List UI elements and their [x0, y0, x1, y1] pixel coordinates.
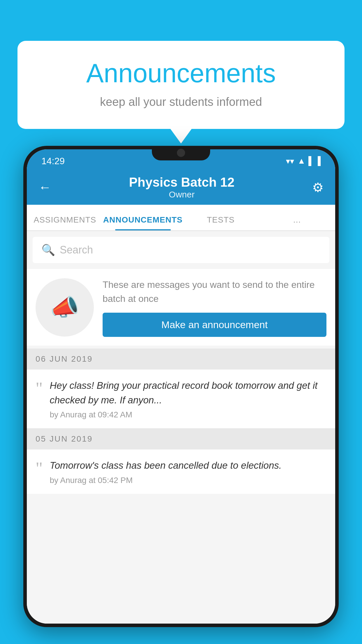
status-time: 14:29: [41, 156, 65, 167]
make-announcement-button[interactable]: Make an announcement: [103, 313, 326, 337]
announcement-meta-1: by Anurag at 09:42 AM: [50, 410, 327, 419]
phone-frame: 14:29 ▾▾ ▲▐ ▐ ← Physics Batch 12 Owner ⚙…: [23, 146, 339, 627]
date-separator-1: 06 JUN 2019: [27, 349, 335, 370]
batch-title: Physics Batch 12: [129, 175, 235, 190]
quote-icon-2: ": [36, 458, 43, 475]
announcement-body-1: Hey class! Bring your practical record b…: [50, 378, 327, 407]
promo-right: These are messages you want to send to t…: [103, 278, 326, 337]
tab-assignments[interactable]: ASSIGNMENTS: [27, 215, 103, 230]
announcement-subtitle: keep all your students informed: [41, 95, 321, 108]
announcement-body-2: Tomorrow's class has been cancelled due …: [50, 458, 327, 473]
tab-more[interactable]: ...: [259, 215, 335, 230]
announcement-text-2: Tomorrow's class has been cancelled due …: [50, 458, 327, 485]
quote-icon-1: ": [36, 378, 43, 395]
batch-role: Owner: [129, 190, 235, 200]
phone-notch: [152, 146, 210, 160]
phone-wrapper: 14:29 ▾▾ ▲▐ ▐ ← Physics Batch 12 Owner ⚙…: [23, 146, 339, 644]
announcement-meta-2: by Anurag at 05:42 PM: [50, 476, 327, 485]
app-header: ← Physics Batch 12 Owner ⚙: [27, 170, 335, 205]
settings-icon[interactable]: ⚙: [312, 180, 324, 195]
search-placeholder: Search: [60, 244, 93, 256]
announcement-title: Announcements: [41, 58, 321, 88]
wifi-icon: ▾▾: [286, 156, 294, 166]
search-icon: 🔍: [41, 244, 55, 256]
content-area: 🔍 Search 📣 These are messages you want t…: [27, 231, 335, 624]
megaphone-icon: 📣: [50, 294, 79, 321]
tabs-bar: ASSIGNMENTS ANNOUNCEMENTS TESTS ...: [27, 205, 335, 231]
battery-icon: ▐: [315, 156, 321, 166]
tab-announcements[interactable]: ANNOUNCEMENTS: [103, 215, 183, 230]
promo-description: These are messages you want to send to t…: [103, 278, 326, 306]
tab-tests[interactable]: TESTS: [183, 215, 259, 230]
promo-card: 📣 These are messages you want to send to…: [27, 269, 335, 346]
speech-bubble-container: Announcements keep all your students inf…: [17, 41, 345, 129]
speech-bubble: Announcements keep all your students inf…: [17, 41, 345, 129]
back-button[interactable]: ←: [38, 180, 51, 195]
phone-camera: [177, 149, 185, 157]
phone-screen: 14:29 ▾▾ ▲▐ ▐ ← Physics Batch 12 Owner ⚙…: [27, 149, 335, 624]
date-separator-2: 05 JUN 2019: [27, 428, 335, 449]
status-icons: ▾▾ ▲▐ ▐: [286, 156, 321, 166]
promo-icon-circle: 📣: [36, 278, 94, 337]
announcement-item-2: " Tomorrow's class has been cancelled du…: [27, 449, 335, 494]
announcement-item-1: " Hey class! Bring your practical record…: [27, 370, 335, 428]
announcement-text-1: Hey class! Bring your practical record b…: [50, 378, 327, 419]
search-bar[interactable]: 🔍 Search: [33, 237, 329, 263]
header-center: Physics Batch 12 Owner: [129, 175, 235, 200]
signal-icon: ▲▐: [298, 156, 312, 166]
